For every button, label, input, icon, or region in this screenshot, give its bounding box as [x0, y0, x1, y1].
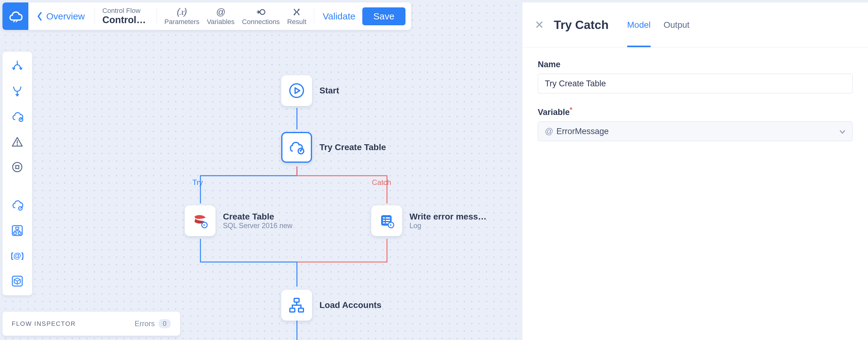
- result-label: Result: [287, 18, 306, 26]
- svg-rect-26: [18, 232, 21, 234]
- node-try-create-table[interactable]: Try Create Table: [281, 132, 386, 163]
- errors-label: Errors: [134, 319, 154, 328]
- palette-warning-icon[interactable]: [10, 134, 25, 149]
- result-icon: [292, 7, 301, 17]
- connections-icon: [256, 7, 266, 17]
- palette-package-icon[interactable]: [10, 274, 25, 288]
- at-icon: @: [545, 127, 553, 136]
- svg-rect-12: [290, 308, 295, 312]
- panel-title: Try Catch: [554, 18, 627, 32]
- svg-rect-5: [386, 217, 390, 219]
- variables-button[interactable]: @ Variables: [207, 7, 235, 26]
- svg-rect-8: [383, 222, 385, 223]
- node-load-accounts[interactable]: Load Accounts: [281, 290, 381, 320]
- panel-tabs: Model Output: [627, 2, 689, 47]
- svg-rect-21: [16, 165, 19, 168]
- dataflow-icon: [288, 297, 305, 314]
- required-star: *: [570, 106, 572, 114]
- load-accounts-tile[interactable]: [281, 290, 312, 320]
- svg-point-15: [298, 9, 300, 10]
- topbar: Overview Control Flow Control Flo… (𝑥) P…: [2, 2, 411, 30]
- connections-label: Connections: [242, 18, 280, 26]
- svg-point-0: [290, 84, 303, 97]
- trycatch-icon: [288, 139, 305, 156]
- try-create-tile[interactable]: [281, 132, 312, 163]
- svg-point-19: [17, 144, 18, 146]
- flow-inspector-label: FLOW INSPECTOR: [12, 320, 76, 327]
- validate-button[interactable]: Validate: [323, 11, 355, 22]
- start-tile[interactable]: [281, 75, 312, 106]
- node-create-table[interactable]: Create Table SQL Server 2016 new: [185, 205, 292, 236]
- palette-dataflow-icon[interactable]: [10, 223, 25, 238]
- variables-icon: @: [216, 7, 225, 17]
- svg-rect-7: [386, 220, 390, 221]
- tab-output-label: Output: [663, 20, 689, 30]
- toolbar-buttons: (𝑥) Parameters @ Variables Connections R…: [157, 7, 314, 26]
- tab-output[interactable]: Output: [663, 2, 689, 47]
- svg-rect-4: [383, 217, 385, 219]
- tab-model-label: Model: [627, 20, 651, 30]
- breadcrumb[interactable]: Control Flow Control Flo…: [95, 7, 157, 25]
- tool-palette: {@}: [2, 52, 32, 295]
- palette-trycatch-icon[interactable]: [10, 109, 25, 124]
- flow-inspector-bar[interactable]: FLOW INSPECTOR Errors 0: [2, 312, 180, 336]
- svg-text:{@}: {@}: [11, 251, 24, 260]
- variable-select[interactable]: @ErrorMessage: [538, 121, 852, 141]
- close-icon[interactable]: ✕: [535, 19, 554, 31]
- name-field-label: Name: [538, 60, 852, 69]
- play-icon: [289, 83, 305, 99]
- palette-cloud-run-icon[interactable]: [10, 198, 25, 213]
- palette-split-icon[interactable]: [10, 59, 25, 73]
- node-start[interactable]: Start: [281, 75, 339, 106]
- name-input[interactable]: [538, 74, 852, 93]
- app-logo-button[interactable]: [2, 2, 28, 30]
- variable-field-label: Variable*: [538, 106, 852, 117]
- variable-value: ErrorMessage: [556, 127, 609, 136]
- node-load-accounts-title: Load Accounts: [319, 300, 381, 310]
- node-try-create-title: Try Create Table: [319, 143, 386, 152]
- chevron-down-icon: [839, 127, 845, 136]
- log-icon: [378, 212, 395, 229]
- variable-label-text: Variable: [538, 107, 570, 117]
- overview-link[interactable]: Overview: [28, 11, 95, 22]
- chevron-left-icon: [37, 12, 42, 21]
- node-create-table-subtitle: SQL Server 2016 new: [223, 222, 292, 230]
- svg-rect-24: [16, 227, 19, 229]
- branch-label-catch: Catch: [372, 178, 391, 187]
- svg-rect-6: [383, 220, 385, 221]
- write-error-tile[interactable]: [371, 205, 402, 236]
- palette-variable-icon[interactable]: {@}: [10, 248, 25, 263]
- parameters-icon: (𝑥): [177, 7, 187, 17]
- branch-label-try: Try: [192, 178, 203, 187]
- palette-stop-icon[interactable]: [10, 160, 25, 175]
- svg-point-20: [13, 162, 22, 172]
- tab-model[interactable]: Model: [627, 2, 651, 47]
- variables-label: Variables: [207, 18, 235, 26]
- parameters-label: Parameters: [164, 18, 199, 26]
- node-write-error-subtitle: Log: [409, 222, 487, 230]
- overview-label: Overview: [46, 11, 85, 22]
- result-button[interactable]: Result: [287, 7, 306, 26]
- properties-panel: ✕ Try Catch Model Output Name Variable* …: [522, 2, 868, 340]
- palette-merge-icon[interactable]: [10, 84, 25, 99]
- node-create-table-title: Create Table: [223, 212, 292, 222]
- svg-rect-13: [299, 308, 303, 312]
- breadcrumb-sup: Control Flow: [102, 7, 148, 14]
- parameters-button[interactable]: (𝑥) Parameters: [164, 7, 199, 26]
- cloud-icon: [8, 10, 23, 23]
- create-table-tile[interactable]: [185, 205, 216, 236]
- errors-count-badge: 0: [158, 319, 171, 328]
- node-write-error[interactable]: Write error mess… Log: [371, 205, 487, 236]
- node-start-title: Start: [319, 86, 339, 96]
- errors-indicator[interactable]: Errors 0: [134, 319, 171, 328]
- connections-button[interactable]: Connections: [242, 7, 280, 26]
- svg-rect-11: [294, 299, 299, 302]
- svg-point-16: [294, 13, 296, 15]
- save-button[interactable]: Save: [362, 7, 405, 25]
- svg-rect-25: [13, 232, 17, 234]
- breadcrumb-main: Control Flo…: [102, 15, 148, 25]
- sqlserver-icon: [191, 212, 209, 229]
- panel-body: Name Variable* @ErrorMessage: [522, 48, 868, 166]
- panel-header: ✕ Try Catch Model Output: [522, 2, 868, 48]
- node-write-error-title: Write error mess…: [409, 212, 487, 222]
